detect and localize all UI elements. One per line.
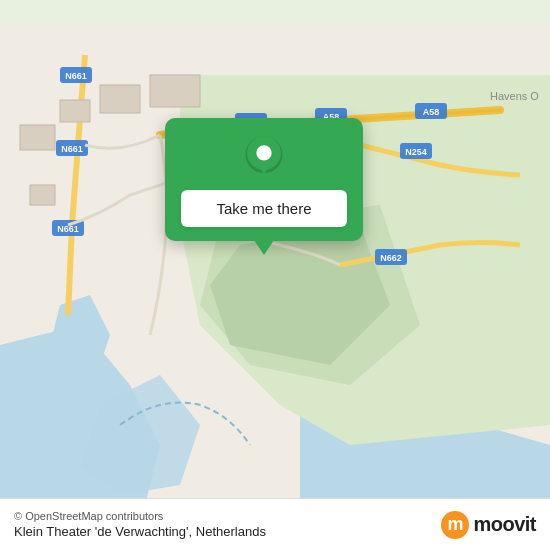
svg-rect-26 (60, 100, 90, 122)
bottom-bar: © OpenStreetMap contributors Klein Theat… (0, 498, 550, 550)
svg-text:A58: A58 (423, 107, 440, 117)
svg-point-32 (256, 145, 271, 160)
moovit-logo[interactable]: m moovit (441, 511, 536, 539)
svg-rect-25 (20, 125, 55, 150)
bottom-left: © OpenStreetMap contributors Klein Theat… (14, 510, 266, 539)
svg-text:N254: N254 (405, 147, 427, 157)
moovit-text: moovit (473, 513, 536, 536)
map-container: A58 A58 A58 N661 N661 N661 N254 N662 (0, 0, 550, 550)
svg-text:N661: N661 (65, 71, 87, 81)
svg-rect-24 (30, 185, 55, 205)
popup-card: Take me there (165, 118, 363, 241)
map-background: A58 A58 A58 N661 N661 N661 N254 N662 (0, 0, 550, 550)
moovit-m-icon: m (441, 511, 469, 539)
svg-text:N662: N662 (380, 253, 402, 263)
svg-text:N661: N661 (61, 144, 83, 154)
location-pin-icon (242, 136, 286, 180)
svg-rect-28 (150, 75, 200, 107)
location-name: Klein Theater 'de Verwachting', Netherla… (14, 524, 266, 539)
svg-rect-27 (100, 85, 140, 113)
svg-text:N661: N661 (57, 224, 79, 234)
take-me-there-button[interactable]: Take me there (181, 190, 347, 227)
attribution-text: © OpenStreetMap contributors (14, 510, 266, 522)
svg-text:Havens O: Havens O (490, 90, 539, 102)
